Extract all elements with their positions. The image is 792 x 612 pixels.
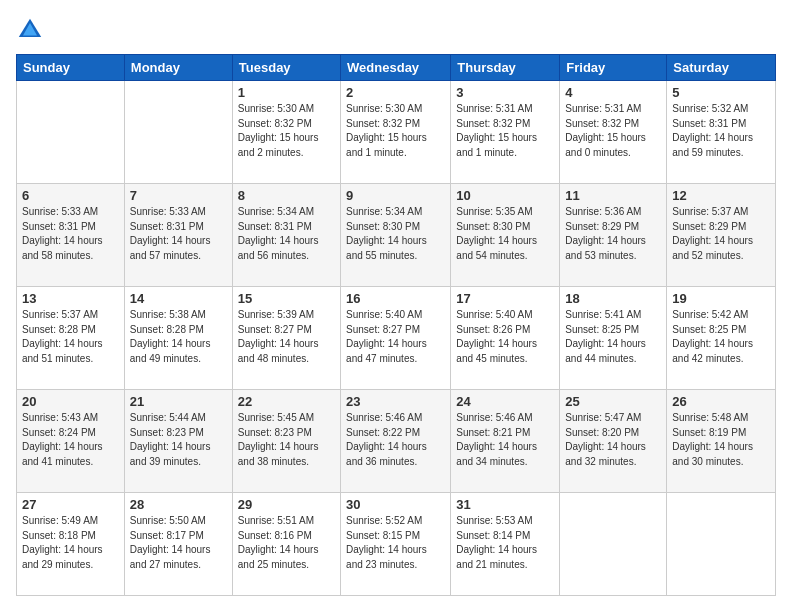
calendar-cell: 24Sunrise: 5:46 AM Sunset: 8:21 PM Dayli…	[451, 390, 560, 493]
day-number: 10	[456, 188, 554, 203]
day-number: 31	[456, 497, 554, 512]
day-number: 3	[456, 85, 554, 100]
day-of-week-header: Tuesday	[232, 55, 340, 81]
day-info: Sunrise: 5:51 AM Sunset: 8:16 PM Dayligh…	[238, 514, 335, 572]
day-info: Sunrise: 5:31 AM Sunset: 8:32 PM Dayligh…	[565, 102, 661, 160]
calendar-cell	[17, 81, 125, 184]
day-of-week-header: Saturday	[667, 55, 776, 81]
calendar-cell: 7Sunrise: 5:33 AM Sunset: 8:31 PM Daylig…	[124, 184, 232, 287]
day-number: 5	[672, 85, 770, 100]
day-number: 11	[565, 188, 661, 203]
calendar-cell: 6Sunrise: 5:33 AM Sunset: 8:31 PM Daylig…	[17, 184, 125, 287]
day-number: 14	[130, 291, 227, 306]
calendar-cell: 4Sunrise: 5:31 AM Sunset: 8:32 PM Daylig…	[560, 81, 667, 184]
day-number: 28	[130, 497, 227, 512]
day-number: 22	[238, 394, 335, 409]
day-of-week-header: Friday	[560, 55, 667, 81]
logo	[16, 16, 46, 44]
day-of-week-header: Monday	[124, 55, 232, 81]
day-info: Sunrise: 5:39 AM Sunset: 8:27 PM Dayligh…	[238, 308, 335, 366]
calendar-cell: 21Sunrise: 5:44 AM Sunset: 8:23 PM Dayli…	[124, 390, 232, 493]
day-info: Sunrise: 5:40 AM Sunset: 8:27 PM Dayligh…	[346, 308, 445, 366]
calendar: SundayMondayTuesdayWednesdayThursdayFrid…	[16, 54, 776, 596]
day-number: 7	[130, 188, 227, 203]
calendar-cell	[560, 493, 667, 596]
day-info: Sunrise: 5:44 AM Sunset: 8:23 PM Dayligh…	[130, 411, 227, 469]
day-info: Sunrise: 5:46 AM Sunset: 8:22 PM Dayligh…	[346, 411, 445, 469]
day-info: Sunrise: 5:43 AM Sunset: 8:24 PM Dayligh…	[22, 411, 119, 469]
day-info: Sunrise: 5:38 AM Sunset: 8:28 PM Dayligh…	[130, 308, 227, 366]
day-of-week-header: Sunday	[17, 55, 125, 81]
day-info: Sunrise: 5:41 AM Sunset: 8:25 PM Dayligh…	[565, 308, 661, 366]
day-info: Sunrise: 5:45 AM Sunset: 8:23 PM Dayligh…	[238, 411, 335, 469]
day-number: 19	[672, 291, 770, 306]
day-number: 12	[672, 188, 770, 203]
day-number: 4	[565, 85, 661, 100]
calendar-cell	[667, 493, 776, 596]
day-of-week-header: Thursday	[451, 55, 560, 81]
day-of-week-header: Wednesday	[341, 55, 451, 81]
calendar-cell: 12Sunrise: 5:37 AM Sunset: 8:29 PM Dayli…	[667, 184, 776, 287]
calendar-cell: 17Sunrise: 5:40 AM Sunset: 8:26 PM Dayli…	[451, 287, 560, 390]
calendar-week-row: 6Sunrise: 5:33 AM Sunset: 8:31 PM Daylig…	[17, 184, 776, 287]
calendar-week-row: 27Sunrise: 5:49 AM Sunset: 8:18 PM Dayli…	[17, 493, 776, 596]
day-number: 15	[238, 291, 335, 306]
day-number: 18	[565, 291, 661, 306]
calendar-cell: 1Sunrise: 5:30 AM Sunset: 8:32 PM Daylig…	[232, 81, 340, 184]
day-info: Sunrise: 5:35 AM Sunset: 8:30 PM Dayligh…	[456, 205, 554, 263]
day-info: Sunrise: 5:48 AM Sunset: 8:19 PM Dayligh…	[672, 411, 770, 469]
calendar-cell: 8Sunrise: 5:34 AM Sunset: 8:31 PM Daylig…	[232, 184, 340, 287]
calendar-week-row: 13Sunrise: 5:37 AM Sunset: 8:28 PM Dayli…	[17, 287, 776, 390]
day-info: Sunrise: 5:46 AM Sunset: 8:21 PM Dayligh…	[456, 411, 554, 469]
day-info: Sunrise: 5:33 AM Sunset: 8:31 PM Dayligh…	[130, 205, 227, 263]
day-info: Sunrise: 5:33 AM Sunset: 8:31 PM Dayligh…	[22, 205, 119, 263]
calendar-cell: 29Sunrise: 5:51 AM Sunset: 8:16 PM Dayli…	[232, 493, 340, 596]
day-info: Sunrise: 5:34 AM Sunset: 8:31 PM Dayligh…	[238, 205, 335, 263]
calendar-week-row: 20Sunrise: 5:43 AM Sunset: 8:24 PM Dayli…	[17, 390, 776, 493]
calendar-cell: 22Sunrise: 5:45 AM Sunset: 8:23 PM Dayli…	[232, 390, 340, 493]
calendar-cell	[124, 81, 232, 184]
day-info: Sunrise: 5:32 AM Sunset: 8:31 PM Dayligh…	[672, 102, 770, 160]
day-number: 2	[346, 85, 445, 100]
day-info: Sunrise: 5:47 AM Sunset: 8:20 PM Dayligh…	[565, 411, 661, 469]
calendar-cell: 14Sunrise: 5:38 AM Sunset: 8:28 PM Dayli…	[124, 287, 232, 390]
calendar-week-row: 1Sunrise: 5:30 AM Sunset: 8:32 PM Daylig…	[17, 81, 776, 184]
calendar-cell: 28Sunrise: 5:50 AM Sunset: 8:17 PM Dayli…	[124, 493, 232, 596]
day-number: 13	[22, 291, 119, 306]
day-info: Sunrise: 5:37 AM Sunset: 8:28 PM Dayligh…	[22, 308, 119, 366]
calendar-cell: 18Sunrise: 5:41 AM Sunset: 8:25 PM Dayli…	[560, 287, 667, 390]
day-number: 30	[346, 497, 445, 512]
calendar-cell: 26Sunrise: 5:48 AM Sunset: 8:19 PM Dayli…	[667, 390, 776, 493]
day-number: 20	[22, 394, 119, 409]
logo-icon	[16, 16, 44, 44]
calendar-cell: 10Sunrise: 5:35 AM Sunset: 8:30 PM Dayli…	[451, 184, 560, 287]
day-number: 8	[238, 188, 335, 203]
day-info: Sunrise: 5:42 AM Sunset: 8:25 PM Dayligh…	[672, 308, 770, 366]
page: SundayMondayTuesdayWednesdayThursdayFrid…	[0, 0, 792, 612]
day-number: 29	[238, 497, 335, 512]
day-number: 23	[346, 394, 445, 409]
calendar-cell: 27Sunrise: 5:49 AM Sunset: 8:18 PM Dayli…	[17, 493, 125, 596]
day-info: Sunrise: 5:40 AM Sunset: 8:26 PM Dayligh…	[456, 308, 554, 366]
calendar-cell: 3Sunrise: 5:31 AM Sunset: 8:32 PM Daylig…	[451, 81, 560, 184]
calendar-cell: 16Sunrise: 5:40 AM Sunset: 8:27 PM Dayli…	[341, 287, 451, 390]
calendar-cell: 5Sunrise: 5:32 AM Sunset: 8:31 PM Daylig…	[667, 81, 776, 184]
calendar-cell: 25Sunrise: 5:47 AM Sunset: 8:20 PM Dayli…	[560, 390, 667, 493]
calendar-cell: 15Sunrise: 5:39 AM Sunset: 8:27 PM Dayli…	[232, 287, 340, 390]
day-info: Sunrise: 5:53 AM Sunset: 8:14 PM Dayligh…	[456, 514, 554, 572]
calendar-cell: 13Sunrise: 5:37 AM Sunset: 8:28 PM Dayli…	[17, 287, 125, 390]
header	[16, 16, 776, 44]
day-info: Sunrise: 5:49 AM Sunset: 8:18 PM Dayligh…	[22, 514, 119, 572]
day-number: 26	[672, 394, 770, 409]
day-number: 27	[22, 497, 119, 512]
calendar-header-row: SundayMondayTuesdayWednesdayThursdayFrid…	[17, 55, 776, 81]
day-number: 21	[130, 394, 227, 409]
day-info: Sunrise: 5:36 AM Sunset: 8:29 PM Dayligh…	[565, 205, 661, 263]
day-number: 9	[346, 188, 445, 203]
calendar-cell: 31Sunrise: 5:53 AM Sunset: 8:14 PM Dayli…	[451, 493, 560, 596]
day-info: Sunrise: 5:34 AM Sunset: 8:30 PM Dayligh…	[346, 205, 445, 263]
day-number: 17	[456, 291, 554, 306]
day-number: 16	[346, 291, 445, 306]
day-number: 1	[238, 85, 335, 100]
day-info: Sunrise: 5:37 AM Sunset: 8:29 PM Dayligh…	[672, 205, 770, 263]
